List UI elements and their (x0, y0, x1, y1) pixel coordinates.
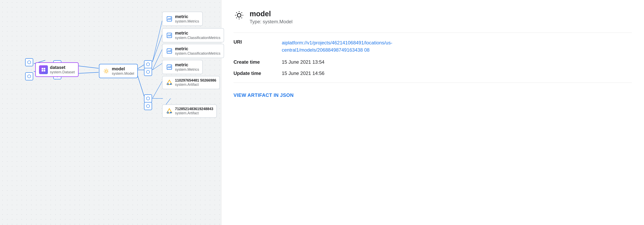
metric3-node[interactable]: metric system.ClassificationMetrics (162, 44, 224, 58)
metric2-type: system.ClassificationMetrics (175, 36, 220, 40)
metric2-icon (166, 32, 173, 39)
svg-line-24 (108, 72, 108, 73)
svg-point-51 (170, 83, 172, 85)
model-node[interactable]: model system.Model (99, 64, 138, 78)
svg-rect-16 (42, 68, 43, 69)
svg-rect-19 (44, 70, 45, 71)
svg-line-12 (152, 63, 163, 70)
cube-node-right2[interactable] (144, 68, 152, 76)
artifact2-type: system.Artifact (175, 111, 213, 115)
artifact2-icon (166, 107, 173, 115)
artifact1-icon (166, 79, 173, 86)
artifact1-node[interactable]: 110297654481 50266986 system.Artifact (162, 76, 220, 89)
metric4-icon (166, 63, 173, 71)
svg-line-60 (236, 12, 237, 13)
update-time-value: 15 June 2021 14:56 (282, 70, 324, 76)
metric1-icon (166, 15, 173, 22)
metric4-type: system.Metrics (175, 67, 199, 72)
detail-panel: model Type: system.Model URI aiplatform:… (221, 0, 644, 225)
model-type: system.Model (112, 71, 134, 76)
graph-area: dataset system.Dataset model system.Mode… (0, 0, 221, 225)
artifact1-type: system.Artifact (175, 83, 216, 87)
model-title: model (112, 66, 134, 71)
artifact1-title: 110297654481 50266986 (175, 78, 216, 83)
detail-type: Type: system.Model (250, 19, 292, 24)
dataset-node[interactable]: dataset system.Dataset (35, 62, 79, 77)
svg-rect-17 (44, 68, 45, 69)
cube-node-right1[interactable] (144, 60, 152, 68)
metric2-title: metric (175, 30, 220, 36)
metric1-type: system.Metrics (175, 19, 199, 23)
svg-line-27 (104, 72, 105, 73)
dataset-icon (39, 65, 48, 74)
model-icon (102, 67, 110, 75)
metric3-title: metric (175, 46, 220, 51)
artifact2-title: 7128521483619248843 (175, 107, 213, 111)
svg-rect-18 (42, 70, 43, 71)
cube-node-left1[interactable] (25, 58, 33, 66)
uri-link[interactable]: aiplatform://v1/projects/462141068491/lo… (282, 39, 463, 54)
uri-label: URI (234, 39, 266, 45)
svg-rect-29 (167, 16, 172, 21)
metric1-node[interactable]: metric system.Metrics (162, 12, 203, 26)
svg-line-9 (152, 17, 163, 62)
create-time-label: Create time (234, 59, 266, 65)
svg-line-13 (152, 80, 163, 98)
cube-node-right3[interactable] (144, 94, 152, 102)
svg-line-11 (152, 48, 163, 70)
update-time-label: Update time (234, 70, 266, 76)
detail-uri-row: URI aiplatform://v1/projects/46214106849… (234, 39, 632, 54)
metric1-title: metric (175, 14, 199, 19)
svg-line-65 (242, 12, 242, 13)
model-detail-icon (234, 10, 245, 21)
svg-line-10 (152, 32, 163, 62)
metric4-node[interactable]: metric system.Metrics (162, 60, 203, 74)
metric3-type: system.ClassificationMetrics (175, 51, 220, 56)
artifact2-node[interactable]: 7128521483619248843 system.Artifact (162, 104, 217, 118)
detail-create-time-row: Create time 15 June 2021 13:54 (234, 59, 632, 65)
svg-point-20 (105, 70, 108, 72)
svg-line-61 (242, 18, 242, 18)
svg-rect-39 (167, 49, 172, 53)
metric4-title: metric (175, 62, 199, 67)
svg-line-28 (108, 69, 108, 69)
svg-point-55 (170, 112, 172, 114)
detail-header: model Type: system.Model (234, 10, 632, 24)
dataset-title: dataset (50, 65, 75, 70)
metric2-node[interactable]: metric system.ClassificationMetrics (162, 28, 224, 42)
cube-node-right4[interactable] (144, 102, 152, 110)
detail-update-time-row: Update time 15 June 2021 14:56 (234, 70, 632, 76)
create-time-value: 15 June 2021 13:54 (282, 59, 324, 65)
view-json-button[interactable]: VIEW ARTIFACT IN JSON (234, 92, 294, 98)
svg-point-57 (237, 13, 241, 17)
metric3-icon (166, 47, 173, 55)
svg-line-23 (104, 69, 105, 69)
detail-title: model (250, 10, 292, 18)
svg-line-64 (236, 18, 237, 18)
svg-rect-44 (167, 65, 172, 69)
cube-node-left2[interactable] (25, 72, 33, 80)
detail-divider1 (234, 32, 632, 33)
dataset-type: system.Dataset (50, 70, 75, 74)
svg-rect-34 (167, 33, 172, 37)
